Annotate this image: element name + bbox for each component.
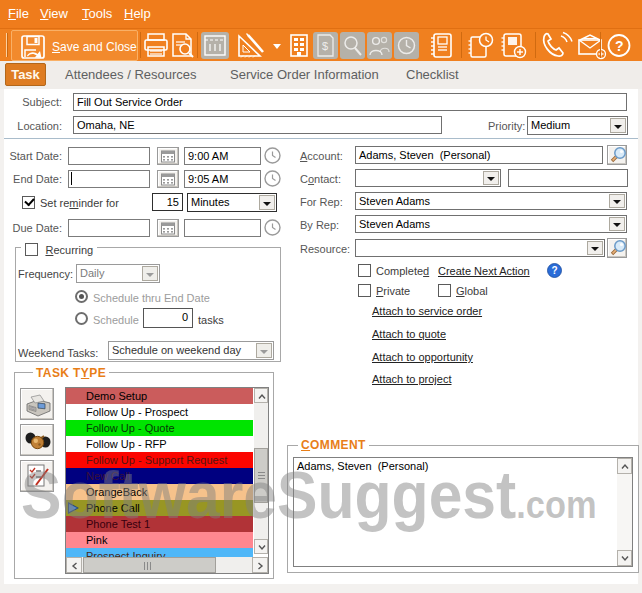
- create-next-action-help-icon[interactable]: ?: [547, 263, 562, 278]
- subject-label: Subject:: [4, 96, 62, 108]
- journal-icon[interactable]: [428, 32, 454, 59]
- task-type-row[interactable]: Pink: [66, 532, 253, 548]
- schedule-tasks-radio[interactable]: [75, 312, 88, 325]
- resource-lookup-button[interactable]: [607, 238, 627, 258]
- menu-view[interactable]: View: [40, 6, 68, 21]
- task-list-vscroll-thumb[interactable]: [254, 448, 268, 503]
- recurring-checkbox[interactable]: [25, 243, 38, 256]
- print-preview-icon[interactable]: [170, 32, 196, 59]
- task-list-hscroll-thumb[interactable]: [83, 557, 216, 573]
- tab-service-order-information[interactable]: Service Order Information: [230, 67, 379, 82]
- end-time-clock-icon[interactable]: [264, 170, 281, 187]
- svg-text:$: $: [322, 40, 328, 52]
- comment-textarea[interactable]: Adams, Steven (Personal): [293, 457, 633, 567]
- for-rep-select[interactable]: Steven Adams: [355, 192, 627, 210]
- save-icon: [19, 33, 47, 61]
- task-type-row[interactable]: Follow Up - Support Request: [66, 452, 253, 468]
- invoice-icon-disabled[interactable]: $: [313, 32, 338, 59]
- start-time-clock-icon[interactable]: [264, 147, 281, 164]
- save-and-close-button[interactable]: Save and Close: [11, 30, 138, 61]
- by-rep-select[interactable]: Steven Adams: [355, 215, 627, 233]
- reminder-value-input[interactable]: 15: [152, 193, 183, 211]
- history-icon-disabled[interactable]: [394, 32, 419, 59]
- attach-to-project-link[interactable]: Attach to project: [372, 373, 452, 385]
- email-add-icon[interactable]: [575, 32, 607, 59]
- task-list-scroll-right-button[interactable]: [252, 557, 268, 573]
- contact-text-input[interactable]: [508, 169, 628, 187]
- task-type-row[interactable]: New Call: [66, 468, 253, 484]
- location-input[interactable]: Omaha, NE: [73, 116, 442, 134]
- print-icon[interactable]: [143, 32, 169, 59]
- priority-value: Medium: [531, 119, 570, 131]
- due-time-clock-icon[interactable]: [264, 219, 281, 236]
- private-checkbox[interactable]: [358, 284, 371, 297]
- recurring-label: Recurring: [45, 244, 93, 256]
- comment-scroll-up-button[interactable]: [617, 458, 632, 474]
- design-tools-icon[interactable]: [236, 32, 270, 59]
- calendar-view-icon[interactable]: [201, 32, 229, 59]
- end-date-calendar-button[interactable]: [157, 170, 179, 188]
- task-type-row[interactable]: Follow Up - RFP: [66, 436, 253, 452]
- reminder-unit-select[interactable]: Minutes: [187, 193, 277, 212]
- start-date-calendar-button[interactable]: [157, 147, 179, 165]
- end-date-input[interactable]: [68, 170, 150, 188]
- end-time-input[interactable]: 9:05 AM: [184, 170, 261, 188]
- account-input[interactable]: Adams, Steven (Personal): [355, 146, 603, 164]
- menu-help[interactable]: Help: [124, 6, 151, 21]
- phone-icon[interactable]: [540, 32, 572, 59]
- schedule-thru-end-date-radio[interactable]: [75, 290, 88, 303]
- weekend-tasks-select[interactable]: Schedule on weekend day: [108, 341, 274, 360]
- bell-task-button[interactable]: [20, 424, 54, 456]
- attach-to-opportunity-link[interactable]: Attach to opportunity: [372, 351, 473, 363]
- menu-file[interactable]: File: [8, 6, 29, 21]
- frequency-select[interactable]: Daily: [76, 264, 160, 283]
- checklist-task-button[interactable]: [20, 460, 54, 492]
- due-time-input[interactable]: [184, 219, 261, 237]
- people-icon-disabled[interactable]: [367, 32, 392, 59]
- reminder-unit-dropdown-arrow[interactable]: [259, 195, 275, 210]
- print-task-button[interactable]: [20, 388, 54, 420]
- task-list-scroll-down-button[interactable]: [254, 539, 268, 554]
- completed-checkbox[interactable]: [358, 264, 371, 277]
- menu-tools[interactable]: Tools: [82, 6, 112, 21]
- priority-select[interactable]: Medium: [527, 116, 628, 135]
- tab-attendees-resources[interactable]: Attendees / Resources: [65, 67, 197, 82]
- attach-to-service-order-link[interactable]: Attach to service order: [372, 305, 482, 317]
- company-icon[interactable]: [286, 32, 312, 59]
- task-list-scroll-left-button[interactable]: [66, 557, 82, 573]
- task-type-row[interactable]: Phone Test 1: [66, 516, 253, 532]
- tab-task[interactable]: Task: [5, 63, 46, 86]
- resource-dropdown-arrow[interactable]: [587, 241, 603, 255]
- task-type-row[interactable]: Phone Call: [66, 500, 253, 516]
- for-rep-dropdown-arrow[interactable]: [609, 194, 625, 208]
- contact-dropdown-arrow[interactable]: [483, 171, 499, 185]
- resource-select[interactable]: [355, 239, 605, 257]
- schedule-tasks-count-input[interactable]: 0: [143, 308, 193, 328]
- journal-add-icon[interactable]: [499, 32, 529, 59]
- create-next-action-link[interactable]: Create Next Action: [438, 265, 530, 277]
- global-checkbox[interactable]: [438, 284, 451, 297]
- due-date-input[interactable]: [68, 219, 150, 237]
- task-type-row[interactable]: Demo Setup: [66, 388, 253, 404]
- task-list-scroll-up-button[interactable]: [254, 388, 268, 403]
- contact-select[interactable]: [355, 169, 501, 187]
- set-reminder-checkbox[interactable]: [22, 196, 35, 209]
- start-date-input[interactable]: [68, 147, 150, 165]
- account-lookup-button[interactable]: [607, 145, 627, 165]
- dropdown-caret-icon[interactable]: [272, 32, 282, 59]
- start-time-input[interactable]: 9:00 AM: [184, 147, 261, 165]
- tab-checklist[interactable]: Checklist: [406, 67, 459, 82]
- subject-input[interactable]: Fill Out Service Order: [73, 93, 627, 111]
- lookup-icon-disabled[interactable]: [340, 32, 365, 59]
- journal-time-icon[interactable]: [466, 32, 496, 59]
- task-type-row[interactable]: OrangeBack: [66, 484, 253, 500]
- priority-dropdown-arrow[interactable]: [610, 118, 626, 133]
- svg-text:?: ?: [615, 38, 624, 54]
- attach-to-quote-link[interactable]: Attach to quote: [372, 328, 446, 340]
- comment-scroll-down-button[interactable]: [617, 550, 632, 566]
- task-type-row[interactable]: Follow Up - Quote: [66, 420, 253, 436]
- task-type-row[interactable]: Follow Up - Prospect: [66, 404, 253, 420]
- due-date-calendar-button[interactable]: [157, 219, 179, 237]
- by-rep-dropdown-arrow[interactable]: [609, 217, 625, 231]
- help-icon[interactable]: ?: [606, 33, 632, 60]
